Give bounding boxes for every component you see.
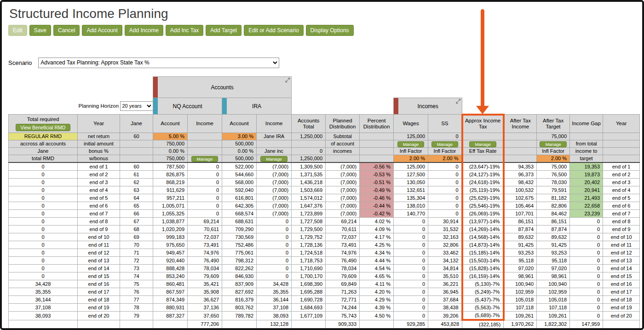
config-cell-wages[interactable]: 2.00 % bbox=[394, 155, 428, 163]
config-cell-after-tax-target[interactable]: 2.00 % bbox=[537, 155, 570, 163]
total-jane bbox=[120, 320, 153, 329]
config-cell-ira-account[interactable]: 3.00 % bbox=[222, 133, 257, 140]
add-account-button[interactable]: Add Account bbox=[82, 25, 122, 36]
config-cell-ss[interactable]: 2.00 % bbox=[428, 155, 462, 163]
cell-accounts-total: 1,718,753 bbox=[292, 257, 326, 265]
save-button[interactable]: Save bbox=[29, 25, 51, 36]
cell-nq-income: 76,490 bbox=[188, 257, 222, 265]
cell-ira-account: 846,930 bbox=[222, 272, 257, 280]
config-cell-ira-income: Jane inc bbox=[257, 148, 292, 155]
column-header-accounts-total: Accounts Total bbox=[292, 115, 326, 133]
cell-year: end of 14 bbox=[78, 265, 120, 272]
table-row: 38,093end of 2079887,32737,650789,78238,… bbox=[9, 312, 640, 320]
planning-horizon-select[interactable]: 20 years bbox=[120, 101, 153, 111]
ira-color-tab bbox=[222, 98, 227, 114]
expand-icon[interactable]: ⤢ bbox=[456, 98, 460, 104]
cell-after-tax-target: 91,425 bbox=[537, 241, 570, 249]
config-cell-ss: 0 bbox=[428, 133, 462, 140]
cell-after-tax-target: 97,020 bbox=[537, 265, 570, 272]
cell-nq-account: 868,219 bbox=[153, 179, 188, 186]
table-row: 0end of 1574853,24079,609846,93001,700,1… bbox=[9, 272, 640, 280]
cell-year-right: end of 20 bbox=[603, 312, 640, 320]
table-row: 0end of 9681,020,20970,611709,29001,729,… bbox=[9, 226, 640, 233]
cell-ira-income: 34,428 bbox=[257, 280, 292, 288]
manage-button-approx-income-tax[interactable]: Manage bbox=[469, 141, 496, 147]
cell-approx-income-tax: (25,119)-19% bbox=[462, 186, 504, 194]
add-target-button[interactable]: Add Target bbox=[206, 25, 242, 36]
cell-ss: 0 bbox=[428, 202, 462, 210]
add-income-button[interactable]: Add Income bbox=[125, 25, 163, 36]
cell-percent-distribution: -0.49 % bbox=[360, 186, 394, 194]
cell-approx-income-tax: (25,629)-19% bbox=[462, 194, 504, 202]
cell-planned-distribution: 79,609 bbox=[326, 272, 360, 280]
view-beneficial-rmd-button[interactable]: View Beneficial RMD bbox=[16, 124, 71, 131]
column-header-after-tax-income: After Tax Income bbox=[504, 115, 537, 133]
config-cell-planned-distribution: Subtotal bbox=[326, 133, 360, 140]
config-row-4: total RMDw/bonus750,000Manage500,000Mana… bbox=[9, 155, 640, 163]
config-cell-after-tax-income bbox=[504, 133, 537, 140]
config-cell-year-right bbox=[603, 155, 640, 163]
display-options-button[interactable]: Display Options bbox=[306, 25, 354, 36]
cell-ss: 34,814 bbox=[428, 265, 462, 272]
column-header-after-tax-target: After Tax Target bbox=[537, 115, 570, 133]
manage-button-ss[interactable]: Manage bbox=[431, 141, 458, 147]
table-row: 0end of 6651,005,0710642,305(7,000)1,647… bbox=[9, 202, 640, 210]
config-cell-jane: 60 bbox=[120, 133, 153, 140]
cell-wages: 0 bbox=[394, 218, 428, 226]
cell-ss: 0 bbox=[428, 210, 462, 218]
expand-icon[interactable]: ⤢ bbox=[285, 77, 290, 83]
config-cell-total-required: total RMD bbox=[9, 155, 78, 163]
config-row-1: REGULAR RMDnet return605.00 %3.00 %Jane … bbox=[9, 133, 640, 140]
cell-jane: 77 bbox=[120, 296, 153, 304]
cell-jane: 74 bbox=[120, 272, 153, 280]
cell-after-tax-income: 86,151 bbox=[504, 218, 537, 226]
add-inc-tax-button[interactable]: Add Inc Tax bbox=[166, 25, 203, 36]
cell-nq-income: 0 bbox=[188, 186, 222, 194]
cell-wages: 0 bbox=[394, 226, 428, 233]
cell-year: end of 10 bbox=[78, 233, 120, 241]
cell-year-right: end of 3 bbox=[603, 179, 640, 186]
cell-nq-account: 888,428 bbox=[153, 265, 188, 272]
cell-total-required: 0 bbox=[9, 226, 78, 233]
cell-nq-income: 35,421 bbox=[188, 280, 222, 288]
edit-or-add-scenario-button[interactable]: Edit or Add Scenario bbox=[244, 25, 303, 36]
cancel-button[interactable]: Cancel bbox=[53, 25, 80, 36]
manage-button-ira-income[interactable]: Manage bbox=[260, 156, 287, 162]
cell-planned-distribution: (7,000) bbox=[326, 194, 360, 202]
cell-after-tax-target: 84,462 bbox=[537, 210, 570, 218]
cell-jane: 65 bbox=[120, 202, 153, 210]
cell-year: end of 8 bbox=[78, 218, 120, 226]
manage-button-nq-income[interactable]: Manage bbox=[191, 156, 218, 162]
page-title: Structured Income Planning bbox=[9, 6, 642, 21]
cell-jane: 64 bbox=[120, 194, 153, 202]
config-cell-nq-account[interactable]: 5.00 % bbox=[153, 133, 188, 140]
scenario-select[interactable]: Advanced Tax Planning: Approx State Tax … bbox=[38, 58, 279, 68]
cell-approx-income-tax: (16,159)-14% bbox=[462, 272, 504, 280]
cell-total-required: 0 bbox=[9, 249, 78, 257]
cell-ira-account: 568,000 bbox=[222, 179, 257, 186]
manage-button-after-tax-target[interactable]: Manage bbox=[540, 141, 566, 147]
cell-accounts-total: 1,309,500 bbox=[292, 162, 326, 171]
cell-nq-income: 74,976 bbox=[188, 249, 222, 257]
column-header-nq-income: Income bbox=[188, 115, 222, 133]
config-cell-percent-distribution bbox=[360, 133, 394, 140]
total-percent-distribution bbox=[360, 320, 394, 329]
manage-button-wages[interactable]: Manage bbox=[397, 141, 424, 147]
cell-income-gap: 0 bbox=[570, 265, 603, 272]
column-header-percent-distribution: Percent Distribution bbox=[360, 115, 394, 133]
cell-nq-account: 787,500 bbox=[153, 162, 188, 171]
cell-year-right: end of 10 bbox=[603, 233, 640, 241]
cell-total-required: 38,093 bbox=[9, 312, 78, 320]
cell-total-required: 0 bbox=[9, 171, 78, 179]
cell-nq-income: 0 bbox=[188, 171, 222, 179]
cell-ss: 36,221 bbox=[428, 280, 462, 288]
total-total-required bbox=[9, 320, 78, 329]
column-header-year: Year bbox=[78, 115, 120, 133]
cell-year-right: end of 19 bbox=[603, 304, 640, 312]
cell-planned-distribution: 75,743 bbox=[326, 312, 360, 320]
cell-percent-distribution: 4.20 % bbox=[360, 288, 394, 296]
cell-jane: 75 bbox=[120, 280, 153, 288]
cell-after-tax-target: 98,961 bbox=[537, 272, 570, 280]
edit-button[interactable]: Edit bbox=[8, 25, 27, 36]
cell-nq-income: 36,627 bbox=[188, 296, 222, 304]
